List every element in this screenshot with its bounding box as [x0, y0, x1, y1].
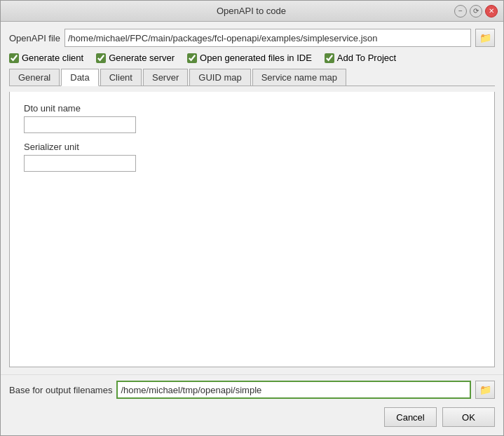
minimize-button[interactable]: − [454, 5, 467, 18]
open-ide-checkbox[interactable] [187, 53, 197, 63]
folder-icon-2: 📁 [479, 384, 491, 395]
open-ide-label: Open generated files in IDE [200, 53, 312, 63]
dto-unit-name-label: Dto unit name [24, 103, 480, 114]
tab-service-name-map[interactable]: Service name map [252, 69, 346, 86]
serializer-unit-label: Serializer unit [24, 142, 480, 152]
generate-client-label: Generate client [22, 53, 83, 63]
main-content: OpenAPI file 📁 Generate client Generate … [1, 22, 503, 374]
bottom-section: Base for output filenames 📁 Cancel OK [1, 374, 503, 435]
dto-unit-name-group: Dto unit name [24, 103, 480, 133]
browse-button[interactable]: 📁 [475, 29, 495, 47]
window-controls: − ⟳ ✕ [454, 5, 498, 18]
cancel-button[interactable]: Cancel [384, 407, 437, 427]
main-window: OpenAPI to code − ⟳ ✕ OpenAPI file 📁 Gen… [0, 0, 504, 436]
buttons-row: Cancel OK [9, 404, 495, 428]
tab-general[interactable]: General [9, 69, 60, 86]
base-output-input[interactable] [116, 381, 471, 399]
generate-client-checkbox[interactable] [9, 53, 19, 63]
tab-data[interactable]: Data [61, 69, 98, 86]
add-to-project-label: Add To Project [337, 53, 396, 63]
add-to-project-checkbox[interactable] [325, 53, 334, 63]
base-browse-button[interactable]: 📁 [475, 381, 495, 399]
tab-server[interactable]: Server [143, 69, 188, 86]
openapi-file-input[interactable] [64, 29, 471, 47]
file-row: OpenAPI file 📁 [9, 29, 495, 47]
serializer-unit-input[interactable] [24, 155, 136, 172]
tab-client[interactable]: Client [100, 69, 142, 86]
title-bar: OpenAPI to code − ⟳ ✕ [1, 1, 503, 22]
base-label: Base for output filenames [9, 385, 112, 395]
tabs-row: General Data Client Server GUID map Serv… [9, 69, 495, 86]
generate-client-checkbox-item[interactable]: Generate client [9, 53, 83, 63]
close-button[interactable]: ✕ [485, 5, 498, 18]
serializer-unit-group: Serializer unit [24, 142, 480, 172]
window-title: OpenAPI to code [48, 6, 454, 16]
open-ide-checkbox-item[interactable]: Open generated files in IDE [187, 53, 312, 63]
tab-guid-map[interactable]: GUID map [189, 69, 250, 86]
ok-button[interactable]: OK [442, 407, 495, 427]
generate-server-checkbox-item[interactable]: Generate server [96, 53, 175, 63]
checkboxes-row: Generate client Generate server Open gen… [9, 53, 495, 63]
tab-content-data: Dto unit name Serializer unit [9, 92, 495, 367]
generate-server-checkbox[interactable] [96, 53, 106, 63]
add-to-project-checkbox-item[interactable]: Add To Project [325, 53, 396, 63]
folder-icon: 📁 [479, 32, 491, 43]
base-row: Base for output filenames 📁 [9, 381, 495, 399]
dto-unit-name-input[interactable] [24, 116, 136, 133]
file-label: OpenAPI file [9, 33, 60, 43]
restore-button[interactable]: ⟳ [470, 5, 482, 18]
generate-server-label: Generate server [109, 53, 175, 63]
